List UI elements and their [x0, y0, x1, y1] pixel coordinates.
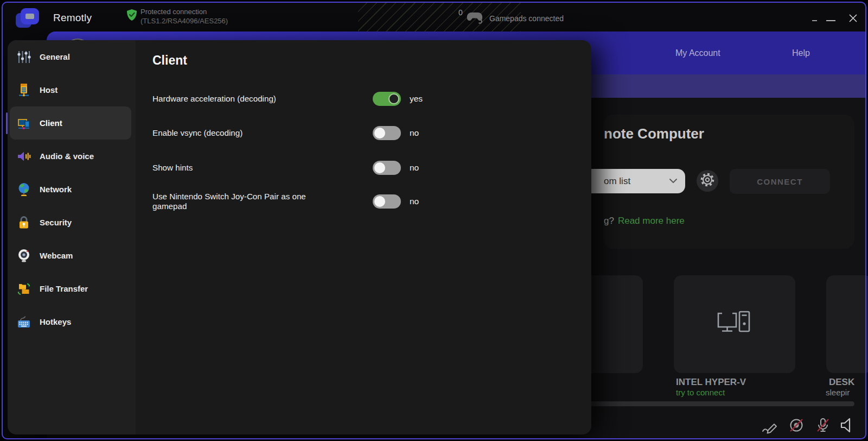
nav-help[interactable]: Help [792, 48, 810, 58]
titlebar: Remotly Protected connection (TLS1.2/RSA… [3, 3, 865, 32]
sidebar-item-label: File Transfer [40, 284, 88, 293]
sliders-icon [17, 50, 31, 64]
settings-sidebar: General Host [8, 40, 136, 434]
webcam-toggle-button[interactable] [787, 417, 806, 436]
toggle-knob [374, 162, 385, 173]
selected-indicator [6, 112, 8, 134]
computer-select-dropdown[interactable]: om list [582, 169, 685, 193]
sidebar-item-webcam[interactable]: Webcam [10, 239, 131, 272]
close-button[interactable] [845, 11, 861, 27]
gamepads-label: Gamepads connected [489, 14, 564, 23]
sidebar-item-label: Client [40, 118, 62, 128]
devices-icon [17, 116, 31, 130]
computer-tile-desk[interactable] [826, 275, 868, 373]
hint-row: g?Read more here [604, 216, 685, 226]
option-row-hardware-acceleration: Hardware acceleration (decoding) yes [152, 92, 423, 106]
computer-tile-intel-hyper-v[interactable] [674, 275, 795, 373]
sidebar-item-label: Hotkeys [40, 317, 71, 326]
option-row-joycon-pair: Use Nintendo Switch Joy-Con Pair as one … [152, 190, 419, 213]
hint-prefix-text: g? [604, 216, 614, 226]
padlock-icon [17, 216, 31, 230]
toggle-knob [374, 196, 385, 207]
sidebar-item-network[interactable]: Network [10, 173, 131, 206]
microphone-toggle-button[interactable] [814, 417, 832, 436]
sidebar-item-label: Audio & voice [40, 152, 94, 161]
sidebar-item-hotkeys[interactable]: Hotkeys [10, 305, 131, 338]
connection-security-text: Protected connection (TLS1.2/RSA4096/AES… [141, 7, 228, 26]
sidebar-item-host[interactable]: Host [10, 73, 131, 106]
option-value: no [410, 197, 419, 206]
sidebar-item-label: General [40, 52, 70, 61]
minimize-button[interactable] [824, 16, 837, 26]
remote-computer-heading: note Computer [604, 125, 704, 142]
sidebar-item-label: Network [40, 185, 72, 194]
option-value: no [410, 163, 419, 173]
hardware-acceleration-toggle[interactable] [373, 92, 401, 106]
gamepad-icon [465, 11, 486, 27]
connect-button[interactable]: CONNECT [730, 169, 830, 194]
speaker-icon [838, 416, 857, 437]
option-label: Enable vsync (decoding) [152, 128, 242, 138]
option-label: Use Nintendo Switch Joy-Con Pair as one … [152, 192, 340, 211]
sidebar-item-client[interactable]: Client [10, 106, 131, 140]
draw-tool-button[interactable] [761, 417, 780, 436]
sidebar-item-audio-voice[interactable]: Audio & voice [10, 140, 131, 173]
option-row-enable-vsync: Enable vsync (decoding) no [152, 126, 419, 140]
server-icon [17, 83, 31, 97]
app-title: Remotly [53, 12, 92, 24]
keyboard-icon [17, 315, 31, 329]
computer-status: sleepir [826, 388, 850, 397]
pen-icon [761, 416, 780, 437]
sidebar-item-label: Host [40, 85, 58, 94]
computer-name: INTEL HYPER-V [676, 377, 746, 388]
desktop-computer-icon [716, 309, 754, 339]
option-row-show-hints: Show hints no [152, 161, 419, 175]
dropdown-value: om list [604, 176, 630, 187]
connection-security-line1: Protected connection [141, 7, 228, 16]
computer-status[interactable]: try to connect [676, 388, 725, 397]
shield-check-icon [126, 9, 137, 24]
microphone-off-icon [814, 416, 832, 437]
option-label: Show hints [152, 163, 193, 173]
connection-security-line2: (TLS1.2/RSA4096/AES256) [141, 16, 228, 26]
close-icon [848, 14, 858, 25]
settings-content: Client Hardware acceleration (decoding) … [136, 40, 591, 434]
connection-settings-button[interactable] [697, 170, 718, 192]
enable-vsync-toggle[interactable] [373, 126, 401, 140]
sidebar-item-security[interactable]: Security [10, 206, 131, 239]
nav-my-account[interactable]: My Account [675, 48, 720, 58]
speaker-toggle-button[interactable] [838, 417, 857, 436]
read-more-link[interactable]: Read more here [618, 216, 685, 226]
folders-transfer-icon [17, 282, 31, 296]
show-hints-toggle[interactable] [373, 161, 401, 175]
horizontal-scrollbar[interactable] [582, 401, 854, 406]
option-label: Hardware acceleration (decoding) [152, 94, 276, 104]
webcam-off-icon [787, 416, 806, 437]
toggle-knob [388, 93, 399, 104]
app-logo-icon [15, 7, 41, 30]
sidebar-item-file-transfer[interactable]: File Transfer [10, 272, 131, 305]
page-title: Client [152, 53, 187, 68]
chevron-down-icon [669, 177, 678, 187]
option-value: no [410, 128, 419, 138]
sidebar-item-label: Webcam [40, 251, 73, 260]
speaker-audio-icon [17, 149, 31, 163]
gear-icon [699, 172, 716, 190]
gamepads-count: 0 [458, 8, 463, 17]
computer-name: DESK [829, 377, 854, 388]
webcam-icon [17, 249, 31, 263]
joycon-pair-toggle[interactable] [373, 194, 401, 209]
sidebar-item-general[interactable]: General [10, 40, 131, 73]
option-value: yes [410, 94, 423, 104]
settings-dialog: General Host [8, 40, 591, 434]
app-window: My Account Help note Computer om list CO… [0, 0, 868, 441]
collapse-button[interactable] [809, 16, 819, 26]
globe-icon [17, 182, 31, 197]
toggle-knob [374, 128, 385, 138]
sidebar-item-label: Security [40, 218, 72, 227]
